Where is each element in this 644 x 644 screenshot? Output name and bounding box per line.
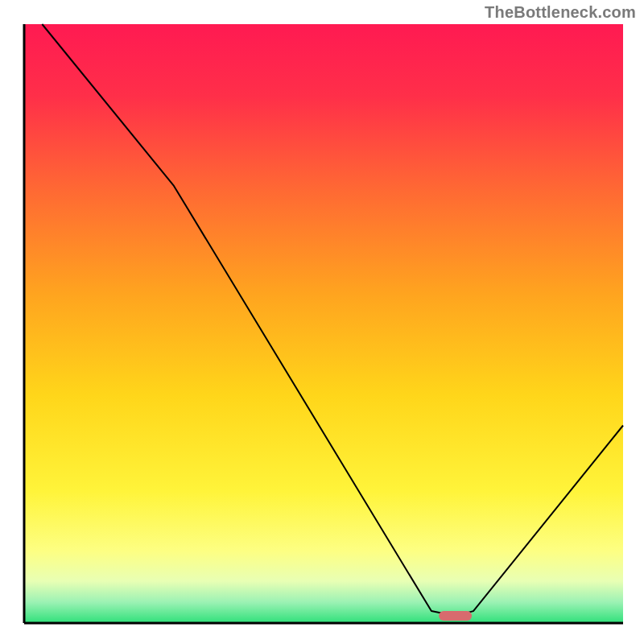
chart-background (24, 24, 623, 623)
watermark-label: TheBottleneck.com (485, 3, 636, 22)
optimal-marker (439, 611, 472, 621)
chart-container: TheBottleneck.com (0, 0, 644, 644)
bottleneck-chart (0, 0, 644, 644)
